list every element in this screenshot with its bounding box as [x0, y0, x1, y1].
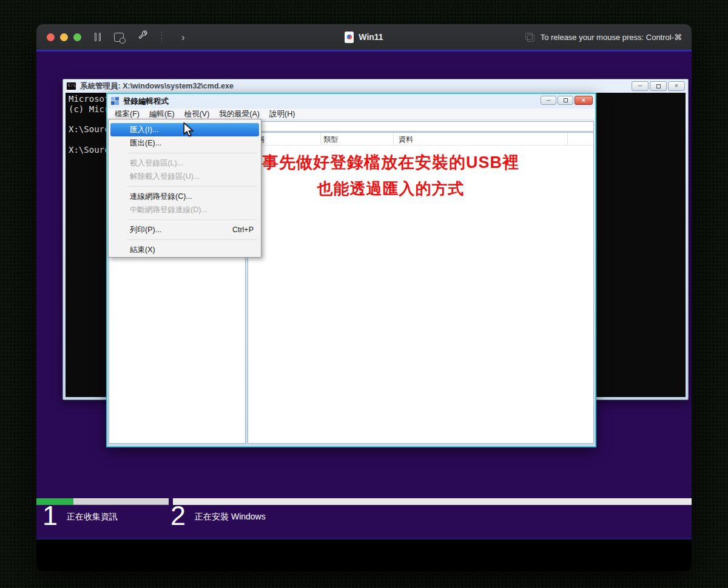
zoom-window-button[interactable] — [73, 33, 81, 41]
menu-item-export[interactable]: 匯出(E)... — [109, 136, 261, 150]
terminal-line: X:\Sourc — [69, 145, 109, 155]
capture-squares-icon — [525, 33, 534, 42]
chevron-right-icon: › — [181, 32, 185, 42]
cmd-window-title: 系統管理員: X:\windows\system32\cmd.exe — [80, 81, 234, 92]
regedit-window-title: 登錄編輯程式 — [123, 96, 169, 107]
capture-status: To release your mouse press: Control-⌘ — [525, 24, 682, 50]
traffic-lights — [47, 33, 81, 41]
column-divider[interactable] — [393, 133, 394, 145]
vm-file-icon — [345, 32, 354, 43]
menu-separator — [127, 186, 257, 187]
step-number: 2 — [170, 502, 186, 529]
step-label: 正在收集資訊 — [67, 512, 118, 523]
terminal-line: (c) Micr — [69, 104, 109, 114]
snapshot-button[interactable] — [114, 31, 124, 43]
maximize-button[interactable] — [558, 96, 573, 105]
menu-item-load-hive: 載入登錄區(L)... — [109, 156, 261, 170]
file-menu-dropdown: 匯入(I)... 匯出(E)... 載入登錄區(L)... 解除載入登錄區(U)… — [108, 119, 261, 258]
menu-help[interactable]: 說明(H) — [265, 108, 300, 121]
menu-item-label: 列印(P)... — [130, 226, 161, 234]
menu-separator — [127, 239, 257, 240]
step-label: 正在安裝 Windows — [195, 512, 266, 523]
minimize-window-button[interactable] — [60, 33, 68, 41]
menu-item-label: 匯出(E)... — [130, 139, 161, 147]
menu-item-label: 連線網路登錄(C)... — [130, 192, 192, 201]
mouse-cursor — [182, 122, 195, 137]
annotation-line-1: 事先做好登錄檔放在安裝的USB裡 — [239, 152, 542, 173]
pause-vm-button[interactable] — [95, 31, 101, 43]
maximize-button[interactable] — [650, 81, 667, 91]
regedit-icon — [111, 97, 120, 105]
release-mouse-hint: To release your mouse press: Control-⌘ — [541, 33, 682, 42]
column-divider[interactable] — [320, 133, 321, 145]
terminal-line: Microsof — [69, 94, 109, 104]
regedit-titlebar[interactable]: 登錄編輯程式 ─ × — [107, 94, 595, 109]
menu-item-connect-network-registry[interactable]: 連線網路登錄(C)... — [109, 190, 261, 203]
maximize-icon — [564, 98, 568, 102]
pause-icon — [95, 33, 101, 41]
close-window-button[interactable] — [47, 33, 55, 41]
vm-window: › Win11 To release your mouse press: Con… — [36, 24, 692, 571]
close-button[interactable]: × — [575, 96, 593, 105]
wrench-icon — [137, 30, 148, 44]
column-header-type[interactable]: 類型 — [323, 135, 338, 145]
minimize-button[interactable]: ─ — [632, 81, 649, 91]
expand-toolbar-button[interactable]: › — [175, 31, 185, 43]
menu-item-label: 中斷網路登錄連線(D)... — [130, 205, 207, 214]
column-header-data[interactable]: 資料 — [399, 135, 413, 145]
screenshot-icon — [114, 33, 124, 42]
step-number: 1 — [42, 502, 58, 529]
regedit-window-controls: ─ × — [541, 96, 593, 105]
column-divider[interactable] — [567, 133, 568, 145]
menu-item-label: 結束(X) — [130, 246, 155, 254]
desktop-background: › Win11 To release your mouse press: Con… — [0, 0, 728, 588]
close-button[interactable]: × — [668, 81, 685, 91]
menu-item-label: 匯入(I)... — [130, 125, 158, 134]
annotation-line-2: 也能透過匯入的方式 — [239, 178, 542, 199]
cmd-titlebar[interactable]: C:\ 系統管理員: X:\windows\system32\cmd.exe ─… — [63, 79, 688, 93]
menu-separator — [127, 153, 257, 153]
maximize-icon — [656, 84, 661, 89]
cmd-icon: C:\ — [66, 82, 76, 90]
tools-button[interactable] — [137, 31, 148, 43]
minimize-button[interactable]: ─ — [541, 96, 556, 105]
terminal-line: X:\Sourc — [69, 124, 109, 134]
toolbar-divider — [161, 32, 162, 42]
menu-separator — [127, 219, 257, 220]
menu-item-label: 解除載入登錄區(U)... — [130, 172, 200, 181]
cmd-window-controls: ─ × — [632, 81, 685, 91]
menu-item-exit[interactable]: 結束(X) — [109, 243, 261, 256]
setup-step-2: 2 正在安裝 Windows — [170, 502, 266, 529]
setup-step-1: 1 正在收集資訊 — [42, 502, 118, 529]
regedit-column-headers: 名稱 類型 資料 — [248, 133, 593, 145]
vm-title: Win11 — [359, 32, 383, 42]
menu-item-print[interactable]: 列印(P)... Ctrl+P — [109, 223, 261, 236]
vm-titlebar: › Win11 To release your mouse press: Con… — [36, 24, 692, 50]
menu-item-shortcut: Ctrl+P — [232, 223, 254, 236]
menu-item-unload-hive: 解除載入登錄區(U)... — [109, 170, 261, 183]
menu-item-label: 載入登錄區(L)... — [130, 159, 183, 167]
menu-item-disconnect-network-registry: 中斷網路登錄連線(D)... — [109, 203, 261, 216]
